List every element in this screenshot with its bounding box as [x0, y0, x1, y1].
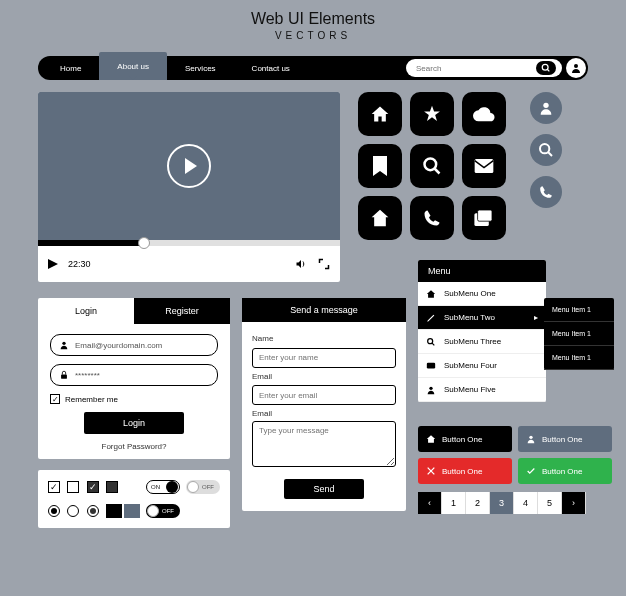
search-icon: [426, 337, 436, 347]
svg-rect-12: [61, 375, 67, 379]
auth-card: Login Register Email@yourdomain.com ****…: [38, 298, 230, 459]
flyout-item-3[interactable]: Menu Item 1: [544, 346, 614, 370]
swatch-blue[interactable]: [124, 504, 140, 518]
submenu-3[interactable]: SubMenu Three: [418, 330, 546, 354]
button-green[interactable]: Button One: [518, 458, 612, 484]
home-icon: [426, 434, 436, 444]
navbar: Home About us Services Contact us: [38, 56, 588, 80]
contact-card: Send a message Name Email Email Send: [242, 298, 406, 511]
cloud-icon[interactable]: [462, 92, 506, 136]
search-icon[interactable]: [410, 144, 454, 188]
toggle-off-1[interactable]: OFF: [186, 480, 220, 494]
page-title: Web UI Elements: [0, 10, 626, 28]
svg-point-9: [540, 144, 549, 153]
home-icon[interactable]: [358, 92, 402, 136]
checkbox-4[interactable]: [106, 481, 118, 493]
windows-icon[interactable]: [462, 196, 506, 240]
email-label: Email: [252, 372, 396, 381]
password-placeholder: ********: [75, 371, 100, 380]
toggle-on[interactable]: ON: [146, 480, 180, 494]
radio-2[interactable]: [67, 505, 79, 517]
video-seekbar[interactable]: [38, 240, 340, 246]
remember-label: Remember me: [65, 395, 118, 404]
login-button[interactable]: Login: [84, 412, 184, 434]
person-icon: [59, 340, 69, 350]
submenu-1[interactable]: SubMenu One: [418, 282, 546, 306]
forgot-link[interactable]: Forgot Password?: [50, 442, 218, 451]
button-blue[interactable]: Button One: [518, 426, 612, 452]
message-input[interactable]: [252, 421, 396, 467]
page-3[interactable]: 3: [490, 492, 514, 514]
checkbox-3[interactable]: ✓: [87, 481, 99, 493]
pagination: ‹ 1 2 3 4 5 ›: [418, 492, 586, 514]
contact-title: Send a message: [242, 298, 406, 322]
page-1[interactable]: 1: [442, 492, 466, 514]
svg-line-1: [547, 69, 549, 71]
video-screen[interactable]: [38, 92, 340, 240]
nav-home[interactable]: Home: [42, 56, 99, 80]
remember-check[interactable]: ✓Remember me: [50, 394, 218, 404]
lock-icon: [59, 370, 69, 380]
page-4[interactable]: 4: [514, 492, 538, 514]
name-label: Name: [252, 334, 396, 343]
play-icon[interactable]: [167, 144, 211, 188]
flyout-item-1[interactable]: Menu Item 1: [544, 298, 614, 322]
play-small-icon[interactable]: [48, 259, 58, 269]
svg-point-0: [542, 64, 548, 70]
mail-icon[interactable]: [462, 144, 506, 188]
svg-point-2: [574, 64, 578, 68]
search-circle-icon[interactable]: [530, 134, 562, 166]
send-button[interactable]: Send: [284, 479, 364, 499]
star-icon[interactable]: [410, 92, 454, 136]
name-input[interactable]: [252, 348, 396, 368]
button-red[interactable]: Button One: [418, 458, 512, 484]
phone-circle-icon[interactable]: [530, 176, 562, 208]
nav-about[interactable]: About us: [99, 52, 167, 80]
message-label: Email: [252, 409, 396, 418]
bookmark-icon[interactable]: [358, 144, 402, 188]
submenu-4[interactable]: SubMenu Four: [418, 354, 546, 378]
page-5[interactable]: 5: [538, 492, 562, 514]
swatch-black[interactable]: [106, 504, 122, 518]
nav-services[interactable]: Services: [167, 56, 234, 80]
search-button[interactable]: [536, 61, 556, 75]
svg-line-14: [432, 342, 435, 345]
svg-point-3: [425, 159, 437, 171]
person-icon[interactable]: [530, 92, 562, 124]
person-icon: [426, 385, 436, 395]
flyout-item-2[interactable]: Menu Item 1: [544, 322, 614, 346]
page-next[interactable]: ›: [562, 492, 586, 514]
svg-point-16: [429, 386, 432, 389]
email-input[interactable]: [252, 385, 396, 405]
page-2[interactable]: 2: [466, 492, 490, 514]
chat-icon: [426, 361, 436, 371]
toggle-off-2[interactable]: OFF: [146, 504, 180, 518]
radio-3[interactable]: [87, 505, 99, 517]
video-player: 22:30: [38, 92, 340, 282]
fullscreen-icon[interactable]: [318, 258, 330, 270]
pencil-icon: [426, 313, 436, 323]
house-icon[interactable]: [358, 196, 402, 240]
tab-login[interactable]: Login: [38, 298, 134, 324]
person-icon: [526, 434, 536, 444]
radio-1[interactable]: [48, 505, 60, 517]
user-avatar[interactable]: [566, 58, 586, 78]
video-time: 22:30: [68, 259, 91, 269]
home-icon: [426, 289, 436, 299]
tab-register[interactable]: Register: [134, 298, 230, 324]
password-field[interactable]: ********: [50, 364, 218, 386]
checkbox-2[interactable]: [67, 481, 79, 493]
search-input[interactable]: [416, 64, 536, 73]
page-prev[interactable]: ‹: [418, 492, 442, 514]
phone-icon[interactable]: [410, 196, 454, 240]
page-subtitle: VECTORS: [0, 30, 626, 41]
svg-rect-5: [475, 159, 494, 173]
submenu-2[interactable]: SubMenu Two▸: [418, 306, 546, 330]
checkbox-1[interactable]: ✓: [48, 481, 60, 493]
submenu-5[interactable]: SubMenu Five: [418, 378, 546, 402]
volume-icon[interactable]: [294, 258, 308, 270]
button-black[interactable]: Button One: [418, 426, 512, 452]
nav-contact[interactable]: Contact us: [234, 56, 308, 80]
email-field[interactable]: Email@yourdomain.com: [50, 334, 218, 356]
search-box: [406, 59, 562, 77]
